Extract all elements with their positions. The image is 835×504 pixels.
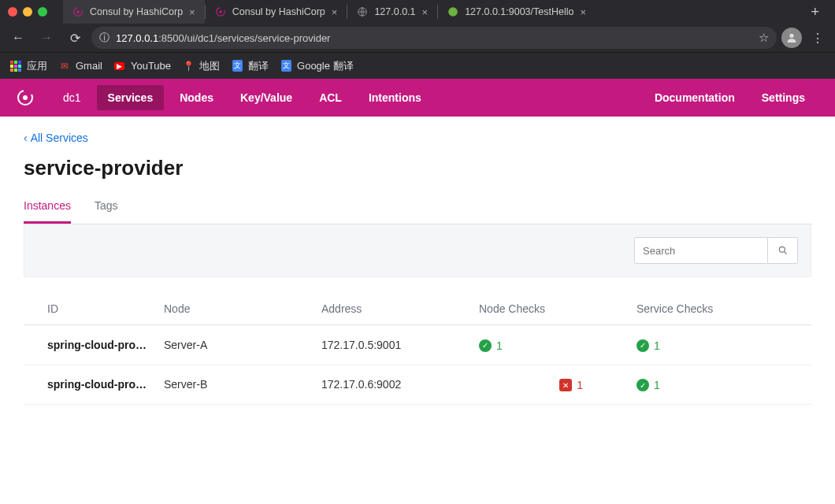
globe-favicon-icon xyxy=(357,6,368,17)
bookmark-label: Gmail xyxy=(76,60,102,72)
svg-point-3 xyxy=(219,10,222,13)
bookmark-label: 翻译 xyxy=(248,59,269,73)
profile-avatar[interactable] xyxy=(781,28,802,48)
bookmark-label: 地图 xyxy=(199,59,220,73)
table-row[interactable]: spring-cloud-provide...Server-B172.17.0.… xyxy=(24,365,811,405)
chevron-left-icon: ‹ xyxy=(24,132,28,144)
check-count: 1 xyxy=(654,379,660,391)
check-circle-icon: ✓ xyxy=(479,339,492,352)
nav-item-intentions[interactable]: Intentions xyxy=(358,85,432,110)
svg-line-10 xyxy=(784,252,786,254)
search-button[interactable] xyxy=(768,237,798,264)
nav-item-settings[interactable]: Settings xyxy=(751,85,816,110)
bookmarks-bar: 应用✉Gmail▶YouTube📍地图文翻译文Google 翻译 xyxy=(0,52,835,79)
tab-strip: Consul by HashiCorp×Consul by HashiCorp×… xyxy=(54,0,796,24)
close-window-icon[interactable] xyxy=(8,7,17,17)
bookmark-item[interactable]: 📍地图 xyxy=(182,59,220,73)
back-button[interactable]: ← xyxy=(6,26,30,50)
check-circle-icon: ✓ xyxy=(636,379,649,391)
bookmark-label: YouTube xyxy=(131,60,171,72)
youtube-icon: ▶ xyxy=(113,60,126,72)
url-field[interactable]: ⓘ 127.0.0.1:8500/ui/dc1/services/service… xyxy=(91,27,777,49)
tab-title: Consul by HashiCorp xyxy=(232,6,325,17)
browser-tab[interactable]: Consul by HashiCorp× xyxy=(206,0,347,24)
x-square-icon: ✕ xyxy=(559,379,572,391)
nav-item-documentation[interactable]: Documentation xyxy=(644,85,746,110)
svg-point-9 xyxy=(779,246,785,252)
maps-icon: 📍 xyxy=(182,60,195,72)
consul-favicon-icon xyxy=(72,6,84,17)
svg-point-8 xyxy=(23,95,28,100)
nav-item-acl[interactable]: ACL xyxy=(308,85,353,110)
health-check: ✕1 xyxy=(559,379,583,391)
subtab-tags[interactable]: Tags xyxy=(95,193,118,224)
svg-point-6 xyxy=(789,34,793,38)
reload-button[interactable]: ⟳ xyxy=(63,26,87,50)
cell-service-checks: ✓1 xyxy=(630,325,811,365)
column-header: ID xyxy=(24,295,158,325)
cell-address: 172.17.0.5:9001 xyxy=(315,325,473,365)
table-row[interactable]: spring-cloud-provide...Server-A172.17.0.… xyxy=(24,325,811,365)
nav-item-nodes[interactable]: Nodes xyxy=(169,85,225,110)
back-to-services-link[interactable]: ‹ All Services xyxy=(24,132,88,144)
new-tab-button[interactable]: + xyxy=(803,4,827,20)
browser-tab[interactable]: 127.0.0.1:9003/TestHello× xyxy=(438,0,596,24)
cell-id: spring-cloud-provide... xyxy=(24,325,158,365)
cell-id: spring-cloud-provide... xyxy=(24,365,158,405)
check-count: 1 xyxy=(577,379,583,391)
column-header: Address xyxy=(315,295,473,325)
health-check: ✓1 xyxy=(636,379,660,391)
browser-tab[interactable]: 127.0.0.1× xyxy=(347,0,437,24)
bookmark-item[interactable]: 应用 xyxy=(9,59,47,73)
close-tab-icon[interactable]: × xyxy=(332,6,338,18)
close-tab-icon[interactable]: × xyxy=(580,6,586,18)
bookmark-item[interactable]: 文Google 翻译 xyxy=(280,59,354,73)
subtabs: InstancesTags xyxy=(24,193,811,224)
bookmark-star-icon[interactable]: ☆ xyxy=(759,31,769,45)
nav-datacenter[interactable]: dc1 xyxy=(52,85,92,110)
site-info-icon[interactable]: ⓘ xyxy=(99,31,109,45)
tab-title: 127.0.0.1 xyxy=(374,6,415,17)
instances-table: IDNodeAddressNode ChecksService Checks s… xyxy=(24,295,811,405)
column-header: Node xyxy=(158,295,315,325)
check-count: 1 xyxy=(654,339,660,352)
close-tab-icon[interactable]: × xyxy=(422,6,429,18)
service-title: service-provider xyxy=(24,156,811,180)
bookmark-item[interactable]: 文翻译 xyxy=(231,59,269,73)
address-bar: ← → ⟳ ⓘ 127.0.0.1:8500/ui/dc1/services/s… xyxy=(0,24,835,52)
titlebar: Consul by HashiCorp×Consul by HashiCorp×… xyxy=(0,0,835,24)
subtab-instances[interactable]: Instances xyxy=(24,193,71,224)
bookmark-item[interactable]: ▶YouTube xyxy=(113,60,171,72)
consul-logo-icon[interactable] xyxy=(14,87,36,109)
translate-icon: 文 xyxy=(231,60,243,72)
apps-icon xyxy=(9,60,22,72)
search-toolbar xyxy=(24,224,811,277)
kebab-menu-icon[interactable]: ⋮ xyxy=(807,31,829,46)
browser-tab[interactable]: Consul by HashiCorp× xyxy=(63,0,205,24)
tab-title: 127.0.0.1:9003/TestHello xyxy=(465,6,573,17)
maximize-window-icon[interactable] xyxy=(38,7,47,17)
bookmark-label: 应用 xyxy=(27,59,47,73)
column-header: Node Checks xyxy=(473,295,630,325)
svg-point-1 xyxy=(76,10,80,13)
cell-node: Server-B xyxy=(158,365,315,405)
cell-node-checks: ✓1 xyxy=(473,325,630,365)
bookmark-item[interactable]: ✉Gmail xyxy=(58,60,102,72)
close-tab-icon[interactable]: × xyxy=(189,6,195,18)
nav-item-keyvalue[interactable]: Key/Value xyxy=(229,85,303,110)
health-check: ✓1 xyxy=(636,339,660,352)
consul-nav: dc1 ServicesNodesKey/ValueACLIntentions … xyxy=(0,79,835,117)
window-controls xyxy=(8,7,47,17)
minimize-window-icon[interactable] xyxy=(23,7,32,17)
cell-node: Server-A xyxy=(158,325,315,365)
translate-icon: 文 xyxy=(280,60,292,72)
search-input[interactable] xyxy=(634,237,768,264)
check-circle-icon: ✓ xyxy=(636,339,649,352)
forward-button[interactable]: → xyxy=(35,26,58,50)
svg-point-5 xyxy=(448,7,458,17)
browser-chrome: Consul by HashiCorp×Consul by HashiCorp×… xyxy=(0,0,835,79)
nav-item-services[interactable]: Services xyxy=(97,85,165,110)
bookmark-label: Google 翻译 xyxy=(297,59,354,73)
url-text: 127.0.0.1:8500/ui/dc1/services/service-p… xyxy=(116,32,330,44)
page-content: ‹ All Services service-provider Instance… xyxy=(0,117,835,419)
